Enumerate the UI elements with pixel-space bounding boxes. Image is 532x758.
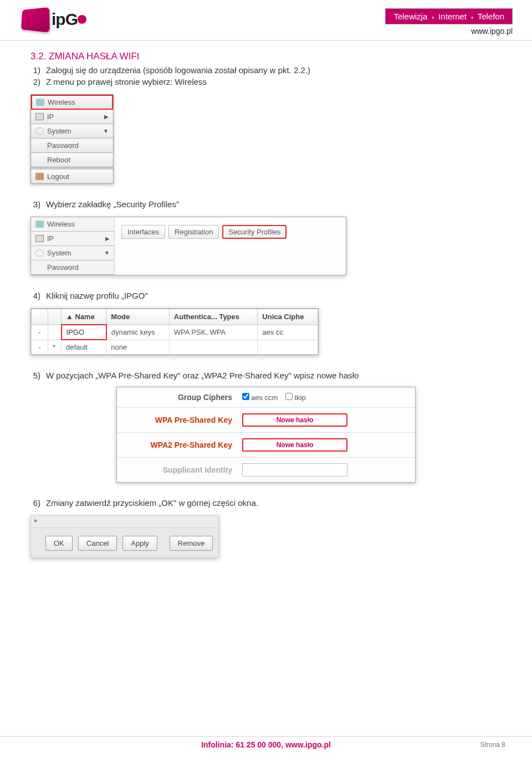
sidebar-item-wireless[interactable]: Wireless: [31, 217, 114, 232]
label-group-ciphers: Group Ciphers: [126, 393, 242, 402]
sidebar-label: Wireless: [48, 98, 75, 106]
logout-icon: [35, 173, 44, 180]
col-mode[interactable]: Mode: [106, 309, 170, 325]
sidebar-item-reboot[interactable]: Reboot: [31, 153, 113, 167]
header-right: Telewizja ▪ Internet ▪ Telefon www.ipgo.…: [385, 8, 513, 35]
sidebar-label: Password: [47, 263, 79, 272]
chevron-down-icon: ▼: [103, 128, 109, 134]
table-row[interactable]: - * default none: [32, 340, 318, 355]
sidebar-label: System: [47, 249, 71, 257]
input-placeholder: Nowe hasło: [277, 416, 314, 424]
wpa2-key-input[interactable]: Nowe hasło: [242, 438, 347, 452]
ok-button[interactable]: OK: [45, 536, 73, 551]
sidebar-item-logout[interactable]: Logout: [31, 170, 113, 183]
logo: ipG: [19, 8, 86, 30]
page-number: Strona 8: [480, 741, 505, 749]
sidebar-item-system[interactable]: System ▼: [31, 124, 113, 139]
profile-name-default[interactable]: default: [62, 340, 106, 355]
checkbox-label: aes ccm: [251, 393, 278, 402]
profile-name-ipgo[interactable]: IPGO: [62, 325, 106, 340]
label-wpa-key: WPA Pre-Shared Key: [126, 416, 242, 424]
antenna-icon: [35, 221, 44, 228]
checkbox-aes[interactable]: aes ccm: [242, 393, 278, 402]
cell-ciph: [258, 340, 318, 355]
sidebar-item-ip[interactable]: IP▶: [31, 232, 114, 246]
ciphers-screenshot: Group Ciphers aes ccm tkip WPA Pre-Share…: [116, 387, 416, 483]
tab-registration[interactable]: Registration: [168, 225, 219, 239]
sidebar-item-wireless[interactable]: Wireless: [31, 95, 113, 110]
table-row[interactable]: - IPGO dynamic keys WPA PSK, WPA aes cc: [32, 325, 318, 340]
sidebar-label: IP: [47, 112, 54, 121]
tabs-bar: Interfaces Registration Security Profile…: [114, 217, 346, 275]
cell-mode: dynamic keys: [106, 325, 170, 340]
cancel-button[interactable]: Cancel: [78, 536, 117, 551]
sidebar-label: Logout: [47, 172, 69, 181]
step-text: Zaloguj się do urządzenia (sposób logowa…: [46, 65, 502, 75]
collapse-button[interactable]: -: [32, 340, 48, 355]
apply-button[interactable]: Apply: [122, 536, 157, 551]
col-ciph[interactable]: Unica Ciphe: [258, 309, 318, 325]
step-5: 5) W pozycjach „WPA Pre-Shared Key" oraz…: [30, 371, 502, 380]
sidebar-label: Password: [47, 141, 79, 150]
chevron-down-icon: ▼: [104, 250, 110, 256]
gear-icon: [35, 127, 44, 135]
row-supplicant: Supplicant Identity: [117, 457, 415, 482]
step-4: 4) Kliknij nazwę profilu „IPGO": [30, 291, 502, 300]
profiles-table-screenshot: ▲ Name Mode Authentica... Types Unica Ci…: [30, 308, 319, 355]
toolbar-top: [31, 516, 218, 528]
wpa-key-input[interactable]: Nowe hasło: [242, 413, 347, 427]
checkbox-input[interactable]: [242, 393, 249, 400]
footer-info: Infolinia: 61 25 00 000, www.ipgo.pl: [201, 740, 331, 749]
step-6: 6) Zmiany zatwierdź przyciskiem „OK" w g…: [30, 498, 502, 508]
gear-icon: [35, 249, 44, 257]
cell-default-marker: *: [48, 340, 62, 355]
tabs-sidebar: Wireless IP▶ System▼ Password: [31, 217, 114, 275]
col-label: Name: [75, 313, 94, 321]
col-name[interactable]: ▲ Name: [62, 309, 106, 325]
badge-tel: Telefon: [478, 12, 504, 21]
input-placeholder: Nowe hasło: [277, 441, 314, 449]
tab-interfaces[interactable]: Interfaces: [121, 225, 165, 239]
supplicant-input[interactable]: [242, 463, 347, 477]
cell-ciph: aes cc: [258, 325, 318, 340]
label-supplicant: Supplicant Identity: [126, 465, 242, 474]
ip-icon: [35, 235, 44, 242]
checkbox-tkip[interactable]: tkip: [285, 393, 305, 402]
ok-bar-screenshot: OK Cancel Apply Remove: [30, 515, 219, 558]
collapse-button[interactable]: -: [32, 325, 48, 340]
chevron-right-icon: ▶: [105, 235, 110, 242]
sidebar-item-ip[interactable]: IP ▶: [31, 110, 113, 124]
bullet-icon: ▪: [469, 14, 475, 21]
step-text: Kliknij nazwę profilu „IPGO": [46, 291, 502, 300]
row-wpa2-key: WPA2 Pre-Shared Key Nowe hasło: [117, 432, 415, 457]
checkbox-label: tkip: [294, 393, 305, 402]
col-blank: [48, 309, 62, 325]
tabs-screenshot: Wireless IP▶ System▼ Password Interfaces…: [30, 217, 346, 275]
sidebar-item-system[interactable]: System▼: [31, 246, 114, 260]
chevron-right-icon: ▶: [104, 114, 109, 120]
step-3: 3) Wybierz zakładkę „Security Profiles": [30, 199, 502, 209]
badge-net: Internet: [438, 12, 467, 21]
sidebar-menu-screenshot: Wireless IP ▶ System ▼ Password Reboot L…: [30, 94, 114, 184]
tab-security-profiles[interactable]: Security Profiles: [222, 225, 287, 239]
badge-tv: Telewizja: [393, 12, 427, 21]
step-2: 2) Z menu po prawej stronie wybierz: Wir…: [30, 77, 502, 86]
step-number: 6): [30, 498, 46, 508]
checkbox-input[interactable]: [285, 393, 293, 400]
page-footer: Infolinia: 61 25 00 000, www.ipgo.pl Str…: [0, 736, 532, 749]
cell-auth: [169, 340, 258, 355]
step-number: 1): [30, 65, 46, 75]
col-auth[interactable]: Authentica... Types: [169, 309, 258, 325]
cell-blank: [48, 325, 62, 340]
step-text: W pozycjach „WPA Pre-Shared Key" oraz „W…: [46, 371, 502, 380]
antenna-icon: [36, 99, 44, 106]
step-number: 5): [30, 371, 46, 380]
sidebar-label: IP: [47, 234, 54, 243]
section-title: 3.2. ZMIANA HASŁA WIFI: [30, 51, 502, 62]
step-number: 3): [30, 199, 46, 209]
row-group-ciphers: Group Ciphers aes ccm tkip: [117, 387, 415, 407]
ip-icon: [35, 113, 44, 120]
sidebar-item-password[interactable]: Password: [31, 260, 114, 275]
sidebar-item-password[interactable]: Password: [31, 139, 113, 153]
remove-button[interactable]: Remove: [170, 536, 213, 551]
